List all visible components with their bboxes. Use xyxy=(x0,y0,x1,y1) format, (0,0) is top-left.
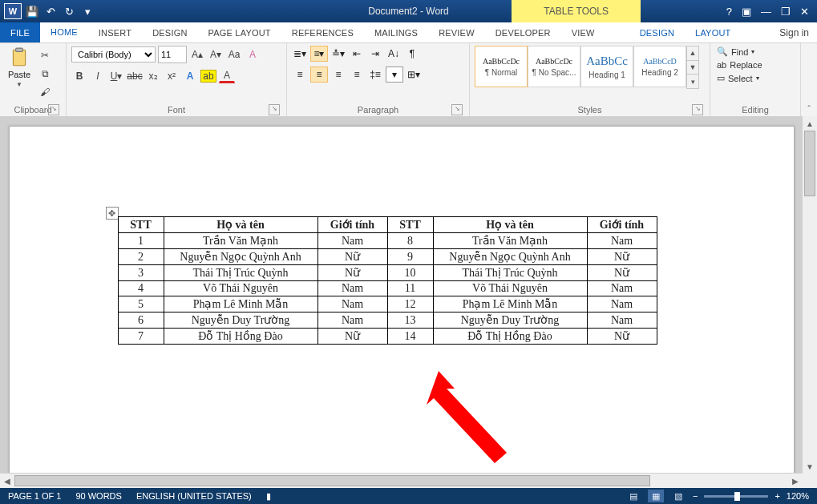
line-spacing-icon[interactable]: ‡≡ xyxy=(367,67,383,82)
close-icon[interactable]: ✕ xyxy=(800,6,809,18)
table-cell[interactable]: Thái Thị Trúc Quỳnh xyxy=(164,265,317,281)
table-cell[interactable]: Thái Thị Trúc Quỳnh xyxy=(433,265,587,281)
table-cell[interactable]: Nữ xyxy=(317,329,387,345)
table-header[interactable]: Giới tính xyxy=(317,217,387,233)
table-cell[interactable]: Nguyễn Ngọc Quỳnh Anh xyxy=(164,249,317,265)
table-cell[interactable]: 1 xyxy=(118,233,164,249)
strikethrough-button[interactable]: abc xyxy=(127,68,143,84)
print-layout-icon[interactable]: ▦ xyxy=(648,490,664,502)
table-cell[interactable]: 14 xyxy=(387,329,433,345)
table-cell[interactable]: 8 xyxy=(387,233,433,249)
align-left-icon[interactable]: ≡ xyxy=(292,67,308,82)
font-color-icon[interactable]: A xyxy=(219,69,235,83)
redo-icon[interactable]: ↻ xyxy=(63,5,75,18)
tab-view[interactable]: VIEW xyxy=(561,22,605,42)
highlight-icon[interactable]: ab xyxy=(200,70,216,83)
styles-launcher-icon[interactable]: ↘ xyxy=(692,104,703,115)
undo-icon[interactable]: ↶ xyxy=(44,5,57,18)
tab-file[interactable]: FILE xyxy=(0,22,40,42)
tab-references[interactable]: REFERENCES xyxy=(281,22,364,42)
tab-insert[interactable]: INSERT xyxy=(88,22,142,42)
tab-page-layout[interactable]: PAGE LAYOUT xyxy=(198,22,281,42)
style-item[interactable]: AaBbCcDc¶ Normal xyxy=(475,46,528,87)
scroll-up-icon[interactable]: ▲ xyxy=(803,116,817,131)
font-name-combo[interactable]: Calibri (Body) xyxy=(71,46,156,62)
table-header[interactable]: Giới tính xyxy=(587,217,657,233)
table-cell[interactable]: Nam xyxy=(587,296,657,312)
style-item[interactable]: AaBbCcDc¶ No Spac... xyxy=(528,46,580,87)
read-mode-icon[interactable]: ▤ xyxy=(625,490,641,502)
table-cell[interactable]: 12 xyxy=(387,296,433,312)
qat-customize-icon[interactable]: ▾ xyxy=(81,5,94,18)
help-icon[interactable]: ? xyxy=(726,6,732,18)
web-layout-icon[interactable]: ▧ xyxy=(670,490,686,502)
find-button[interactable]: 🔍Find▾ xyxy=(715,46,756,58)
table-cell[interactable]: Nữ xyxy=(587,265,657,281)
table-cell[interactable]: Nam xyxy=(317,233,387,249)
table-cell[interactable]: 5 xyxy=(118,296,164,312)
language-indicator[interactable]: ENGLISH (UNITED STATES) xyxy=(136,491,252,501)
page-area[interactable]: ✥ STTHọ và tênGiới tínhSTTHọ và tênGiới … xyxy=(0,116,803,488)
table-row[interactable]: 6Nguyễn Duy TrườngNam13Nguyễn Duy Trường… xyxy=(118,312,657,329)
table-header[interactable]: STT xyxy=(118,217,164,233)
multilevel-list-icon[interactable]: ≛▾ xyxy=(330,46,346,61)
table-header[interactable]: Họ và tên xyxy=(433,217,587,233)
style-up-icon[interactable]: ▲ xyxy=(687,46,698,60)
tab-review[interactable]: REVIEW xyxy=(428,22,485,42)
restore-icon[interactable]: ❐ xyxy=(781,6,791,18)
table-cell[interactable]: Nguyễn Duy Trường xyxy=(433,312,587,329)
scroll-right-icon[interactable]: ▶ xyxy=(788,474,803,488)
table-cell[interactable]: Nam xyxy=(317,296,387,312)
format-painter-icon[interactable]: 🖌 xyxy=(37,84,53,100)
tab-home[interactable]: HOME xyxy=(40,22,88,42)
table-cell[interactable]: 6 xyxy=(118,312,164,329)
decrease-indent-icon[interactable]: ⇤ xyxy=(349,46,365,61)
table-row[interactable]: 2Nguyễn Ngọc Quỳnh AnhNữ9Nguyễn Ngọc Quỳ… xyxy=(118,249,657,265)
tab-design[interactable]: DESIGN xyxy=(142,22,197,42)
table-cell[interactable]: Nam xyxy=(587,281,657,296)
table-cell[interactable]: Nam xyxy=(587,312,657,329)
align-center-icon[interactable]: ≡ xyxy=(310,67,328,83)
paragraph-launcher-icon[interactable]: ↘ xyxy=(451,104,463,115)
shrink-font-icon[interactable]: A▾ xyxy=(208,46,224,62)
table-cell[interactable]: Trần Văn Mạnh xyxy=(164,233,317,249)
italic-button[interactable]: I xyxy=(90,68,106,84)
vertical-scrollbar[interactable]: ▲ ▼ xyxy=(802,116,817,474)
table-header[interactable]: Họ và tên xyxy=(164,217,317,233)
table-cell[interactable]: 2 xyxy=(118,249,164,265)
align-right-icon[interactable]: ≡ xyxy=(330,67,346,82)
zoom-out-icon[interactable]: − xyxy=(693,491,698,501)
table-cell[interactable]: Nữ xyxy=(317,265,387,281)
table-cell[interactable]: 13 xyxy=(387,312,433,329)
table-cell[interactable]: 9 xyxy=(387,249,433,265)
page-indicator[interactable]: PAGE 1 OF 1 xyxy=(8,491,61,501)
scroll-down-icon[interactable]: ▼ xyxy=(803,459,817,474)
replace-button[interactable]: abReplace xyxy=(715,59,764,71)
change-case-icon[interactable]: Aa xyxy=(226,46,242,62)
table-cell[interactable]: Đỗ Thị Hồng Đào xyxy=(164,329,317,345)
table-cell[interactable]: Nguyễn Ngọc Quỳnh Anh xyxy=(433,249,587,265)
table-cell[interactable]: 4 xyxy=(118,281,164,296)
tab-developer[interactable]: DEVELOPER xyxy=(485,22,561,42)
table-cell[interactable]: Đỗ Thị Hồng Đào xyxy=(433,329,587,345)
table-cell[interactable]: Phạm Lê Minh Mẫn xyxy=(164,296,317,312)
superscript-button[interactable]: x² xyxy=(164,68,180,84)
sign-in-link[interactable]: Sign in xyxy=(779,22,809,42)
zoom-level[interactable]: 120% xyxy=(787,491,809,501)
sort-icon[interactable]: A↓ xyxy=(386,46,402,61)
table-cell[interactable]: Nam xyxy=(317,312,387,329)
paste-dropdown-icon[interactable]: ▼ xyxy=(16,81,22,88)
shading-icon[interactable]: ▾ xyxy=(386,67,403,83)
increase-indent-icon[interactable]: ⇥ xyxy=(367,46,383,61)
cut-icon[interactable]: ✂ xyxy=(37,47,53,63)
text-effects-icon[interactable]: A xyxy=(182,68,198,84)
table-cell[interactable]: Võ Thái Nguyên xyxy=(164,281,317,296)
tab-table-design[interactable]: DESIGN xyxy=(629,22,685,42)
show-marks-icon[interactable]: ¶ xyxy=(404,46,420,61)
table-row[interactable]: 1Trần Văn MạnhNam8Trần Văn MạnhNam xyxy=(118,233,657,249)
macro-icon[interactable]: ▮ xyxy=(266,491,271,502)
clipboard-launcher-icon[interactable]: ↘ xyxy=(48,104,59,115)
style-item[interactable]: AaBbCcHeading 1 xyxy=(580,46,633,87)
borders-icon[interactable]: ⊞▾ xyxy=(406,67,422,82)
style-gallery[interactable]: AaBbCcDc¶ NormalAaBbCcDc¶ No Spac...AaBb… xyxy=(475,46,686,87)
